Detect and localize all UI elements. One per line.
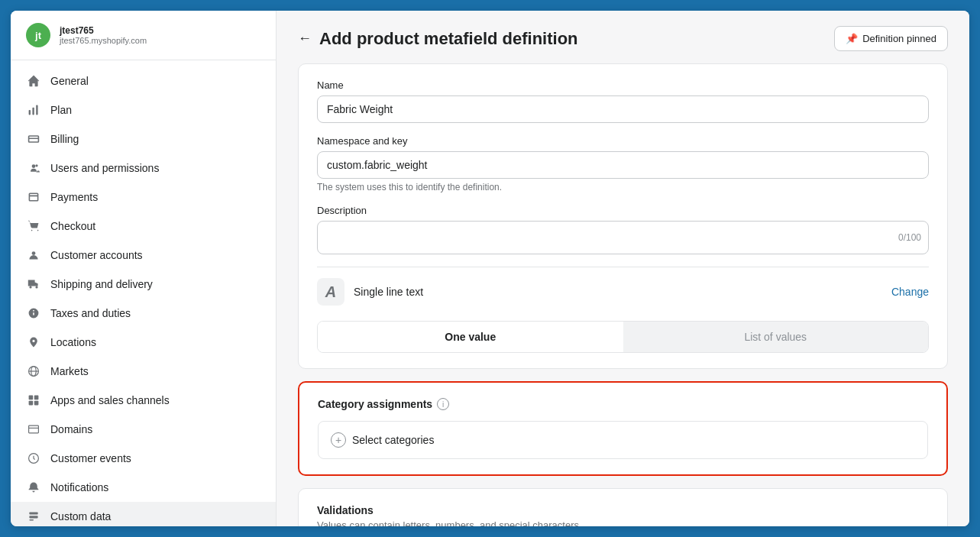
namespace-field-group: Namespace and key The system uses this t… [317, 135, 929, 192]
description-field-group: Description 0/100 [317, 205, 929, 254]
sidebar-item-label-markets: Markets [50, 365, 89, 377]
sidebar-item-label-shipping: Shipping and delivery [50, 278, 153, 290]
customer-accounts-icon [26, 247, 41, 263]
users-icon [26, 160, 41, 176]
sidebar-item-checkout[interactable]: Checkout [11, 212, 276, 241]
plan-icon [26, 102, 41, 118]
sidebar-item-taxes[interactable]: Taxes and duties [11, 299, 276, 328]
sidebar-item-label-taxes: Taxes and duties [50, 307, 131, 319]
definition-pinned-label: Definition pinned [862, 33, 936, 44]
sidebar-item-label-checkout: Checkout [50, 220, 95, 232]
sidebar-item-label-notifications: Notifications [50, 481, 108, 493]
svg-rect-16 [29, 516, 37, 518]
one-value-button[interactable]: One value [318, 322, 623, 352]
store-name: jtest765 [60, 25, 147, 36]
description-input[interactable] [317, 221, 929, 254]
category-assignments-title: Category assignments [318, 398, 432, 410]
validations-title: Validations [317, 504, 929, 516]
sidebar-item-payments[interactable]: Payments [11, 183, 276, 212]
app-frame: jt jtest765 jtest765.myshopify.com Gener… [11, 11, 969, 526]
customer-events-icon [26, 451, 41, 466]
svg-point-3 [35, 164, 37, 167]
sidebar-item-label-custom-data: Custom data [50, 510, 111, 522]
sidebar-item-label-users: Users and permissions [50, 162, 159, 174]
sidebar-item-locations[interactable]: Locations [11, 328, 276, 357]
svg-rect-2 [36, 105, 37, 115]
sidebar-header: jt jtest765 jtest765.myshopify.com [11, 11, 276, 60]
taxes-icon [26, 306, 41, 321]
sidebar-item-billing[interactable]: Billing [11, 125, 276, 154]
general-icon [26, 73, 41, 89]
type-icon: A [317, 278, 344, 306]
namespace-input[interactable] [317, 151, 929, 179]
svg-rect-17 [29, 519, 34, 521]
page-header: ← Add product metafield definition 📌 Def… [277, 11, 969, 63]
sidebar-item-general[interactable]: General [11, 66, 276, 95]
select-categories-button[interactable]: + Select categories [318, 421, 928, 459]
sidebar-item-users[interactable]: Users and permissions [11, 154, 276, 183]
char-count: 0/100 [898, 232, 921, 243]
main-content: ← Add product metafield definition 📌 Def… [277, 11, 969, 526]
value-toggle: One value List of values [317, 321, 929, 353]
sidebar-item-markets[interactable]: Markets [11, 357, 276, 386]
section-title-row: Category assignments i [318, 398, 928, 410]
content-area: Name Namespace and key The system uses t… [277, 63, 969, 526]
svg-rect-12 [29, 425, 39, 433]
apps-icon [26, 393, 41, 408]
sidebar-item-label-customer-accounts: Customer accounts [50, 249, 143, 261]
category-assignments-card: Category assignments i + Select categori… [298, 381, 948, 476]
sidebar-item-domains[interactable]: Domains [11, 415, 276, 444]
sidebar-item-custom-data[interactable]: Custom data [11, 502, 276, 526]
name-input[interactable] [317, 95, 929, 123]
shipping-icon [26, 277, 41, 292]
sidebar-item-label-domains: Domains [50, 423, 92, 435]
change-type-button[interactable]: Change [891, 286, 929, 298]
validations-description: Values can contain letters, numbers, and… [317, 519, 929, 526]
svg-rect-15 [29, 512, 37, 514]
info-icon[interactable]: i [437, 398, 449, 410]
type-row-left: A Single line text [317, 278, 423, 306]
sidebar: jt jtest765 jtest765.myshopify.com Gener… [11, 11, 277, 526]
checkout-icon [26, 218, 41, 234]
payments-icon [26, 189, 41, 205]
list-of-values-button[interactable]: List of values [623, 322, 929, 352]
sidebar-item-label-plan: Plan [50, 104, 72, 116]
plus-circle-icon: + [331, 432, 346, 448]
validations-card: Validations Values can contain letters, … [298, 488, 948, 526]
sidebar-nav: GeneralPlanBillingUsers and permissionsP… [11, 60, 276, 526]
pin-icon: 📌 [846, 33, 858, 44]
store-email: jtest765.myshopify.com [60, 36, 147, 45]
markets-icon [26, 364, 41, 379]
sidebar-header-text: jtest765 jtest765.myshopify.com [60, 25, 147, 45]
svg-rect-0 [29, 110, 31, 115]
notifications-icon [26, 480, 41, 495]
description-label: Description [317, 205, 929, 216]
sidebar-item-notifications[interactable]: Notifications [11, 473, 276, 502]
svg-rect-8 [29, 396, 34, 400]
type-row: A Single line text Change [317, 267, 929, 309]
sidebar-item-label-general: General [50, 75, 89, 87]
description-wrapper: 0/100 [317, 221, 929, 254]
back-button[interactable]: ← [298, 31, 312, 47]
page-header-left: ← Add product metafield definition [298, 29, 578, 49]
name-field-group: Name [317, 79, 929, 123]
sidebar-item-apps[interactable]: Apps and sales channels [11, 386, 276, 415]
svg-rect-11 [34, 401, 39, 406]
svg-rect-9 [34, 396, 39, 400]
page-title: Add product metafield definition [319, 29, 578, 49]
type-label: Single line text [354, 286, 423, 298]
sidebar-item-label-payments: Payments [50, 191, 98, 203]
svg-rect-1 [32, 108, 34, 115]
sidebar-item-customer-events[interactable]: Customer events [11, 444, 276, 473]
sidebar-item-customer-accounts[interactable]: Customer accounts [11, 241, 276, 270]
namespace-label: Namespace and key [317, 135, 929, 147]
name-label: Name [317, 79, 929, 91]
sidebar-item-label-locations: Locations [50, 336, 96, 348]
sidebar-item-label-customer-events: Customer events [50, 452, 131, 464]
definition-pinned-button[interactable]: 📌 Definition pinned [834, 26, 948, 51]
svg-point-4 [32, 251, 36, 255]
sidebar-item-shipping[interactable]: Shipping and delivery [11, 270, 276, 299]
sidebar-item-plan[interactable]: Plan [11, 95, 276, 125]
sidebar-item-label-billing: Billing [50, 133, 79, 145]
billing-icon [26, 131, 41, 147]
